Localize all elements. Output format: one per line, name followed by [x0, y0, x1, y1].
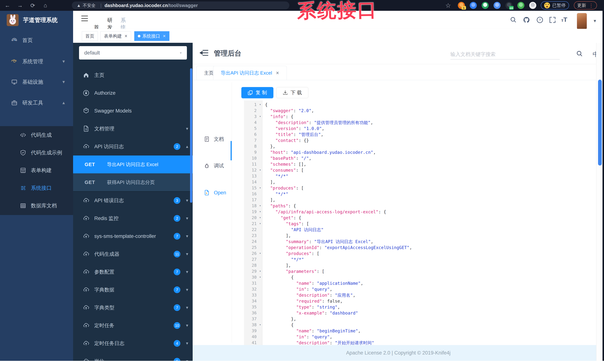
swagger-group-4[interactable]: 代码生成器 11 ▼ — [73, 245, 193, 263]
update-button-label: 更新 — [577, 2, 586, 8]
code-line: { — [291, 322, 294, 328]
fold-caret-icon[interactable]: ▾ — [259, 185, 261, 191]
page-scrollbar-thumb[interactable] — [598, 80, 602, 165]
swagger-sidebar-scrollbar[interactable] — [190, 68, 192, 203]
fold-caret-icon[interactable]: ▾ — [259, 209, 261, 215]
url-bar[interactable]: ▲ 不安全 | dashboard.yudao.iocoder.cn /tool… — [72, 1, 289, 9]
close-icon[interactable]: ✕ — [276, 71, 279, 75]
avatar[interactable] — [577, 13, 587, 29]
line-number: 22 — [252, 227, 257, 233]
swagger-group-8[interactable]: 定时任务 10 ▼ — [73, 317, 193, 334]
fold-caret-icon[interactable]: ▾ — [259, 203, 261, 209]
doc-search-input[interactable]: 输入文档关键字搜索 — [450, 50, 560, 60]
extension-badge: 1 — [462, 6, 466, 10]
ext-dark-cn-icon[interactable]: cn — [505, 2, 513, 9]
sidebar-item-1[interactable]: 首页 — [0, 31, 73, 49]
count-badge: 7 — [174, 304, 180, 311]
doc-menu-open[interactable]: Open — [204, 186, 239, 199]
swagger-group-3[interactable]: sys-sms-template-controller 7 ▼ — [73, 227, 193, 245]
sidebar-subitem-5[interactable]: 数据库文档 — [0, 197, 73, 214]
download-button[interactable]: 下 载 — [276, 87, 308, 98]
doc-menu-文档[interactable]: 文档 — [204, 132, 239, 146]
swagger-group-1[interactable]: API 错误日志 3 ▼ — [73, 192, 193, 209]
github-icon[interactable] — [523, 16, 530, 24]
code-line: "API 访问日志" — [291, 227, 324, 233]
update-button[interactable]: 更新 ⋮ — [574, 1, 597, 10]
ext-leaf-green-icon[interactable] — [517, 2, 524, 9]
doc-search-icon[interactable] — [576, 50, 583, 57]
ext-circle-orange-icon[interactable]: 1 — [458, 2, 465, 9]
back-icon[interactable]: ← — [3, 1, 12, 10]
swagger-group-10[interactable]: 岗位 6 ▼ — [73, 352, 193, 361]
forward-icon[interactable]: → — [16, 1, 24, 10]
group-select-value: default — [84, 50, 100, 56]
ext-grid-color-icon[interactable] — [493, 2, 501, 9]
bookmark-star-icon[interactable]: ☆ — [444, 1, 452, 10]
line-number: 34 — [252, 298, 257, 304]
tag-tab-2[interactable]: 表单构建 ✕ — [101, 31, 131, 41]
swagger-group-7[interactable]: 字典类型 7 ▼ — [73, 299, 193, 317]
doc-menu-调试[interactable]: 调试 — [204, 159, 239, 172]
sidebar-item-3[interactable]: 基础设施 ▼ — [0, 73, 73, 91]
swagger-group-label: 字典数据 — [94, 287, 114, 293]
font-size-icon[interactable]: тT — [561, 16, 567, 23]
sidebar-item-label: 研发工具 — [22, 99, 43, 106]
fold-caret-icon[interactable]: ▾ — [259, 251, 261, 256]
fold-caret-icon[interactable]: ▾ — [259, 114, 261, 120]
fold-caret-icon[interactable]: ▾ — [259, 215, 261, 221]
swagger-menu-1[interactable]: 主页 — [73, 66, 193, 84]
tag-tab-label: 表单构建 — [104, 33, 122, 39]
copy-button[interactable]: 复 制 — [241, 87, 273, 98]
fullscreen-icon[interactable] — [549, 16, 556, 24]
fold-caret-icon[interactable]: ▾ — [259, 102, 261, 108]
swagger-group-6[interactable]: 字典数据 7 ▼ — [73, 281, 193, 299]
ext-pin-blue-icon[interactable] — [470, 2, 477, 9]
sidebar-subitem-1[interactable]: 代码生成 — [0, 126, 73, 144]
avatar-caret-icon[interactable]: ▼ — [593, 19, 597, 24]
doc-menu-active-bar — [231, 141, 232, 160]
sidebar-collapse-icon[interactable] — [81, 16, 88, 21]
swagger-group-5[interactable]: 参数配置 7 ▼ — [73, 263, 193, 281]
swagger-group-2[interactable]: Redis 监控 2 ▼ — [73, 209, 193, 227]
group-select[interactable]: default ▾ — [79, 46, 187, 60]
doc-manage-icon — [83, 125, 89, 132]
fold-caret-icon[interactable]: ▾ — [259, 167, 261, 173]
close-icon[interactable]: ✕ — [125, 34, 127, 38]
home-icon[interactable]: ⌂ — [41, 1, 50, 10]
paused-extension-chip[interactable]: 已暂停 — [541, 1, 569, 10]
tag-tab-label: 系统接口 — [142, 33, 160, 39]
help-icon[interactable]: ? — [536, 16, 543, 24]
api-operation-1[interactable]: GET 导出API 访问日志 Excel — [73, 155, 193, 173]
sidebar-item-2[interactable]: 系统管理 ▼ — [0, 53, 73, 71]
sidebar-subitem-4[interactable]: 系统接口 — [0, 179, 73, 197]
sidebar-item-4[interactable]: 研发工具 ▲ — [0, 94, 73, 112]
reload-icon[interactable]: ⟳ — [29, 1, 37, 10]
fold-caret-icon[interactable]: ▾ — [259, 268, 261, 274]
ext-check-green-icon[interactable] — [482, 2, 489, 9]
tag-tab-3[interactable]: 系统接口 ✕ — [134, 31, 169, 41]
fold-caret-icon[interactable]: ▾ — [259, 274, 261, 280]
menu-fold-icon[interactable] — [200, 50, 208, 57]
code-line: "version": "1.0.0", — [276, 126, 324, 131]
tag-tab-1[interactable]: 首页 — [82, 31, 98, 41]
api-operation-2[interactable]: GET 获得API 访问日志分页 — [73, 173, 193, 191]
count-badge: 4 — [174, 340, 180, 347]
swagger-group-9[interactable]: 定时任务日志 4 ▼ — [73, 334, 193, 352]
swagger-menu-3[interactable]: Swagger Models — [73, 102, 193, 120]
ext-paw-white-icon[interactable] — [529, 2, 536, 9]
sidebar-subitem-2[interactable]: 代码生成示例 — [0, 144, 73, 162]
fold-caret-icon[interactable]: ▾ — [259, 221, 261, 227]
swagger-menu-5[interactable]: API 访问日志 2 ▲ — [73, 138, 193, 155]
sidebar-subitem-label: 代码生成 — [31, 131, 52, 138]
code-line: "contact": {} — [276, 138, 309, 143]
line-number: 21 — [252, 221, 257, 227]
swagger-menu-2[interactable]: Authorize — [73, 84, 193, 102]
sidebar-subitem-3[interactable]: 表单构建 — [0, 162, 73, 179]
kebab-menu-icon[interactable]: ⋮ — [589, 3, 594, 8]
close-icon[interactable]: ✕ — [163, 34, 166, 38]
fold-caret-icon[interactable]: ▾ — [259, 322, 261, 328]
doc-tab-2[interactable]: 导出API 访问日志 Excel ✕ — [213, 66, 287, 80]
json-editor[interactable]: 1▾23▾456789101112▾131415▾161718▾19▾20▾21… — [244, 100, 478, 345]
header-search-icon[interactable] — [510, 16, 517, 24]
swagger-menu-4[interactable]: 文档管理 ▼ — [73, 120, 193, 138]
